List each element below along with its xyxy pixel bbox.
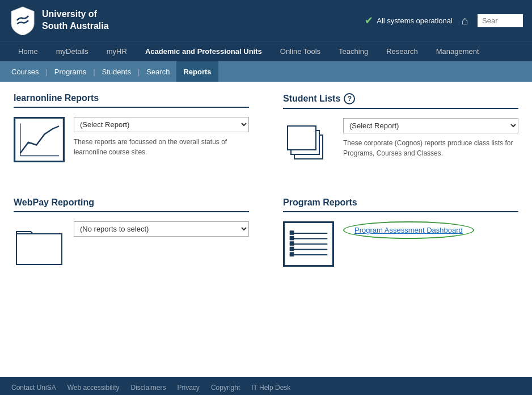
sub-nav: Courses | Programs | Students | Search R…: [0, 61, 532, 82]
nav-mydetails[interactable]: myDetails: [47, 41, 98, 62]
svg-rect-16: [290, 247, 294, 251]
nav-home[interactable]: Home: [9, 41, 47, 62]
university-name: University of South Australia: [42, 9, 109, 32]
footer-links: Contact UniSA Web accessibility Disclaim…: [11, 384, 521, 392]
footer-contact-unisa[interactable]: Contact UniSA: [11, 384, 56, 392]
header: University of South Australia ✔ All syst…: [0, 0, 532, 41]
nav-online-tools[interactable]: Online Tools: [271, 41, 330, 62]
learnonline-controls: (Select Report) These reports are focuss…: [74, 117, 249, 157]
program-reports-body: Program Assessment Dashboard: [283, 221, 518, 267]
svg-rect-13: [290, 236, 294, 241]
student-lists-desc: These corporate (Cognos) reports produce…: [343, 138, 518, 158]
nav-myhr[interactable]: myHR: [98, 41, 136, 62]
search-input[interactable]: [478, 14, 523, 27]
program-reports-title: Program Reports: [283, 198, 518, 208]
program-reports-divider: [283, 211, 518, 212]
help-icon[interactable]: ?: [344, 93, 355, 104]
svg-rect-14: [290, 241, 294, 246]
status-text: All systems operational: [377, 16, 453, 25]
webpay-divider: [14, 211, 249, 212]
footer-it-help-desk[interactable]: IT Help Desk: [251, 384, 290, 392]
home-icon[interactable]: ⌂: [462, 14, 468, 27]
student-lists-controls: (Select Report) These corporate (Cognos)…: [343, 118, 518, 158]
subnav-programs[interactable]: Programs: [48, 61, 93, 82]
reports-grid: learnonline Reports (Select Report) Thes…: [14, 93, 518, 289]
subnav-students[interactable]: Students: [95, 61, 138, 82]
student-lists-select[interactable]: (Select Report): [343, 118, 518, 133]
nav-management[interactable]: Management: [427, 41, 488, 62]
footer-web-accessibility[interactable]: Web accessibility: [67, 384, 120, 392]
learnonline-body: (Select Report) These reports are focuss…: [14, 117, 249, 162]
dashboard-oval: Program Assessment Dashboard: [343, 221, 474, 239]
subnav-reports[interactable]: Reports: [176, 61, 218, 82]
svg-rect-12: [290, 230, 294, 235]
webpay-body: (No reports to select): [14, 221, 249, 267]
nav-research[interactable]: Research: [377, 41, 427, 62]
uni-name-line1: University of: [42, 9, 97, 19]
learnonline-divider: [14, 107, 249, 108]
webpay-select[interactable]: (No reports to select): [74, 221, 249, 237]
program-reports-section: Program Reports: [283, 198, 518, 267]
program-reports-icon: [283, 221, 334, 267]
footer-privacy[interactable]: Privacy: [178, 384, 200, 392]
logo-area: University of South Australia: [9, 6, 109, 35]
university-logo: [9, 6, 36, 35]
svg-rect-18: [290, 252, 294, 257]
subnav-search[interactable]: Search: [140, 61, 176, 82]
webpay-title-text: WebPay Reporting: [14, 198, 94, 208]
student-lists-divider: [283, 108, 518, 109]
svg-rect-5: [288, 126, 316, 150]
student-lists-section: Student Lists ? (Select Report) These co…: [283, 93, 518, 163]
webpay-section: WebPay Reporting (No reports to select): [14, 198, 249, 267]
svg-rect-0: [15, 118, 64, 161]
nav-teaching[interactable]: Teaching: [330, 41, 377, 62]
subnav-courses[interactable]: Courses: [5, 61, 45, 82]
footer-disclaimers[interactable]: Disclaimers: [131, 384, 166, 392]
header-right: ✔ All systems operational ⌂: [365, 14, 523, 27]
webpay-title: WebPay Reporting: [14, 198, 249, 208]
footer: Contact UniSA Web accessibility Disclaim…: [0, 377, 532, 395]
program-reports-controls: Program Assessment Dashboard: [343, 221, 518, 239]
svg-rect-7: [16, 234, 62, 264]
program-assessment-dashboard-link[interactable]: Program Assessment Dashboard: [354, 226, 463, 234]
learnonline-desc: These reports are focussed on the overal…: [74, 137, 249, 157]
learnonline-title-text: learnonline Reports: [14, 93, 99, 103]
status-area: ✔ All systems operational: [365, 14, 453, 27]
student-lists-body: (Select Report) These corporate (Cognos)…: [283, 118, 518, 163]
webpay-folder-icon: [14, 221, 65, 267]
learnonline-chart-icon: [14, 117, 65, 162]
main-nav: Home myDetails myHR Academic and Profess…: [0, 41, 532, 61]
uni-name-line2: South Australia: [42, 21, 109, 31]
dashboard-link-container: Program Assessment Dashboard: [343, 221, 518, 239]
status-check-icon: ✔: [365, 14, 373, 27]
webpay-controls: (No reports to select): [74, 221, 249, 241]
main-content: learnonline Reports (Select Report) Thes…: [0, 82, 532, 365]
nav-academic-units[interactable]: Academic and Professional Units: [136, 41, 271, 62]
student-lists-icon: [283, 118, 334, 163]
program-reports-title-text: Program Reports: [283, 198, 357, 208]
learnonline-select[interactable]: (Select Report): [74, 117, 249, 132]
student-lists-title: Student Lists ?: [283, 93, 518, 104]
learnonline-title: learnonline Reports: [14, 93, 249, 103]
footer-copyright[interactable]: Copyright: [211, 384, 240, 392]
learnonline-section: learnonline Reports (Select Report) Thes…: [14, 93, 249, 163]
student-lists-title-text: Student Lists: [283, 94, 340, 104]
